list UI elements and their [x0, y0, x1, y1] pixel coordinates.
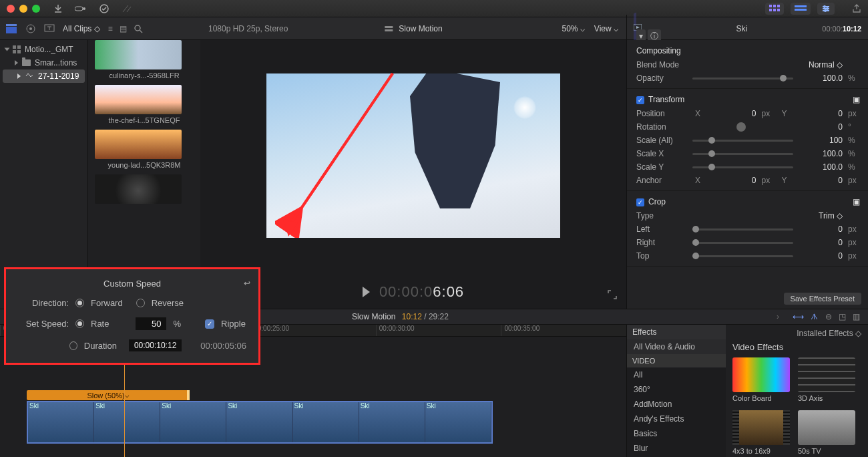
effect-item[interactable]: 4x3 to 16x9 [732, 410, 790, 455]
anchor-x-field[interactable]: 0 [712, 176, 756, 185]
crop-enable-checkbox[interactable]: ✓ [636, 198, 644, 206]
event-icon [25, 72, 34, 80]
rate-input[interactable]: 50 [136, 317, 166, 330]
list-icon[interactable]: ▤ [120, 24, 127, 33]
rotation-field[interactable]: 0 [799, 122, 843, 132]
fx-cat[interactable]: All [627, 367, 726, 382]
opacity-slider[interactable] [692, 78, 793, 80]
disclosure-icon[interactable] [5, 48, 10, 51]
retime-bar[interactable]: Slow (50%) ⌵ [27, 390, 190, 400]
timeline-button[interactable] [791, 3, 811, 15]
close-window-icon[interactable] [7, 5, 15, 13]
effects-categories: Effects All Video & Audio VIDEO All 360°… [627, 325, 726, 457]
fx-cat[interactable]: Basics [627, 426, 726, 441]
crop-right-slider[interactable] [692, 242, 793, 244]
rotation-dial[interactable] [736, 122, 746, 132]
format-label: 1080p HD 25p, Stereo [208, 24, 288, 33]
transform-onscreen-icon[interactable]: ▣ [853, 95, 860, 104]
disclosure-icon[interactable] [15, 60, 18, 65]
setspeed-label: Set Speed: [18, 319, 69, 329]
search-icon[interactable] [134, 24, 143, 33]
effect-item[interactable]: 50s TV [798, 410, 855, 455]
primary-storyline-clip[interactable]: Ski Ski Ski Ski Ski Ski Ski [27, 401, 493, 444]
zoom-window-icon[interactable] [32, 5, 40, 13]
pos-x-field[interactable]: 0 [712, 109, 756, 118]
inspector-button[interactable] [817, 3, 835, 15]
titles-icon[interactable] [44, 24, 55, 33]
browser-clip[interactable]: young-lad...5QK3R8M [95, 130, 194, 169]
viewer-canvas[interactable] [266, 73, 560, 238]
scale-y-slider[interactable] [692, 166, 793, 168]
sidebar-item-event[interactable]: 27-11-2019 [3, 69, 85, 83]
share-icon[interactable] [852, 3, 861, 15]
project-settings-icon[interactable] [384, 25, 393, 33]
crop-top-slider[interactable] [692, 255, 793, 257]
timeline-current-tc: 10:12 [402, 312, 422, 321]
scale-all-slider[interactable] [692, 140, 793, 142]
direction-forward-radio[interactable] [75, 299, 84, 307]
effect-item[interactable]: 3D Axis [798, 357, 855, 402]
svg-point-13 [824, 9, 827, 12]
crop-type-menu[interactable]: Trim ◇ [799, 211, 843, 220]
browser-clip[interactable]: the-chef-i...5TGNEQF [95, 85, 194, 124]
index-icon[interactable]: ▥ [853, 312, 860, 321]
speed-duration-radio[interactable] [69, 341, 77, 350]
sidebar-item-library[interactable]: Motio..._GMT [0, 43, 87, 56]
browsers-button[interactable] [765, 3, 784, 15]
keyword-icon[interactable] [75, 5, 87, 13]
sidebar-item-label: 27-11-2019 [38, 71, 79, 81]
retime-handle[interactable] [187, 390, 190, 400]
audio-skim-icon[interactable]: ⩚ [811, 312, 819, 321]
pos-y-field[interactable]: 0 [799, 109, 843, 118]
fx-cat[interactable]: 360° [627, 382, 726, 397]
anchor-y-field[interactable]: 0 [799, 176, 843, 185]
library-icon[interactable] [5, 23, 17, 34]
fx-cat[interactable]: Blur [627, 441, 726, 456]
project-title: Slow Motion [399, 24, 442, 33]
import-icon[interactable] [53, 4, 63, 13]
browser-clip[interactable] [95, 174, 194, 204]
background-tasks-icon[interactable] [99, 3, 110, 14]
photos-icon[interactable] [25, 23, 36, 34]
effect-item[interactable]: Color Board [732, 357, 790, 402]
save-effects-preset-button[interactable]: Save Effects Preset [784, 293, 861, 305]
scale-x-slider[interactable] [692, 153, 793, 155]
clips-filter-menu[interactable]: All Clips ◇ [63, 24, 100, 33]
opacity-value[interactable]: 100.0 [799, 73, 843, 83]
svg-rect-21 [385, 29, 393, 31]
view-menu[interactable]: View ⌵ [594, 24, 618, 33]
enhance-icon[interactable] [122, 4, 132, 13]
speed-rate-radio[interactable] [75, 319, 84, 328]
custom-speed-title: Custom Speed [18, 279, 246, 289]
sidebar-item-smart[interactable]: Smar...tions [0, 56, 87, 69]
next-edit-icon[interactable]: › [777, 312, 779, 321]
minimize-window-icon[interactable] [19, 5, 27, 13]
snap-icon[interactable]: ◳ [839, 312, 846, 321]
duration-input[interactable]: 00:00:10:12 [129, 339, 182, 351]
skimming-icon[interactable]: ⟷ [793, 312, 804, 321]
scale-all-field[interactable]: 100 [799, 136, 843, 145]
play-button[interactable] [363, 287, 370, 297]
filmstrip-icon[interactable]: ≡ [108, 24, 113, 33]
fx-cat[interactable]: AddMotion [627, 397, 726, 412]
reset-speed-icon[interactable]: ↩ [244, 279, 250, 288]
browser-clip[interactable]: culinary-s...-5968LFR [95, 40, 194, 80]
fx-cat-all-va[interactable]: All Video & Audio [627, 339, 726, 354]
svg-rect-8 [777, 9, 780, 11]
disclosure-icon[interactable] [17, 73, 21, 79]
solo-icon[interactable]: ⊖ [825, 312, 832, 321]
installed-effects-menu[interactable]: Installed Effects ◇ [797, 329, 861, 338]
crop-onscreen-icon[interactable]: ▣ [853, 197, 860, 206]
blend-mode-menu[interactable]: Normal ◇ [799, 60, 843, 69]
crop-left-slider[interactable] [692, 228, 793, 231]
svg-rect-14 [6, 27, 17, 33]
svg-rect-20 [385, 26, 393, 28]
fx-cat[interactable]: Andy's Effects [627, 412, 726, 426]
svg-point-19 [135, 25, 140, 31]
transform-enable-checkbox[interactable]: ✓ [636, 96, 644, 104]
direction-reverse-radio[interactable] [136, 299, 145, 307]
zoom-menu[interactable]: 50% ⌵ [562, 24, 584, 33]
ripple-checkbox[interactable]: ✓ [205, 319, 214, 329]
svg-point-12 [826, 7, 829, 10]
viewer-timecode[interactable]: 00:00:06:06 [379, 283, 464, 301]
